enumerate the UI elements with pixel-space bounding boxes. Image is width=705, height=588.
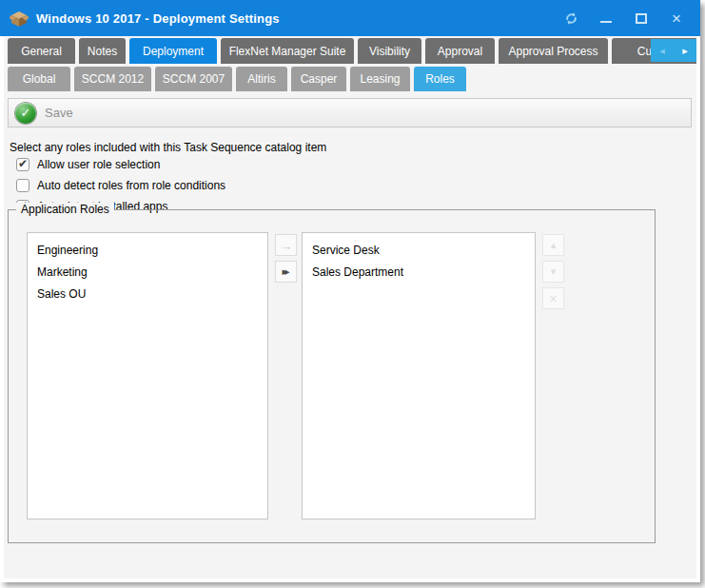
close-button[interactable]: × — [662, 6, 691, 30]
tab-scroll-right-icon[interactable]: ▸ — [674, 39, 696, 62]
subtab-sccm-2007[interactable]: SCCM 2007 — [155, 67, 232, 91]
auto-detect-roles-checkbox[interactable] — [16, 179, 29, 192]
allow-user-role-selection-checkbox[interactable]: ✔ — [16, 158, 29, 171]
move-all-right-button[interactable]: ▸▸ — [275, 261, 297, 283]
tab-notes[interactable]: Notes — [79, 38, 126, 64]
package-icon — [10, 9, 29, 28]
titlebar[interactable]: Windows 10 2017 - Deployment Settings — [0, 0, 700, 36]
list-item[interactable]: Engineering — [28, 240, 267, 262]
available-roles-list[interactable]: Engineering Marketing Sales OU — [27, 232, 268, 519]
tab-deployment[interactable]: Deployment — [129, 38, 217, 64]
window-controls: × — [557, 6, 691, 30]
tab-scroll-left-icon[interactable]: ◂ — [651, 39, 674, 62]
list-item[interactable]: Service Desk — [303, 240, 535, 262]
remove-button[interactable]: × — [542, 287, 564, 309]
save-toolbar: ✓ Save — [8, 98, 692, 127]
checkmark-icon: ✔ — [18, 157, 28, 170]
list-item[interactable]: Sales OU — [28, 284, 267, 305]
subtab-leasing[interactable]: Leasing — [350, 67, 410, 91]
refresh-button[interactable] — [557, 6, 585, 30]
subtab-altiris[interactable]: Altiris — [236, 67, 287, 91]
checkbox-row-auto-detect-roles: Auto detect roles from role conditions — [16, 177, 225, 194]
deployment-settings-window: Windows 10 2017 - Deployment Settings — [0, 0, 700, 582]
tab-scroll-control: ◂ ▸ — [651, 39, 696, 62]
checkbox-label: Allow user role selection — [37, 158, 160, 171]
maximize-button[interactable] — [627, 6, 656, 30]
minimize-icon — [600, 21, 612, 23]
subtab-global[interactable]: Global — [8, 67, 70, 91]
application-roles-group: Application Roles Engineering Marketing … — [8, 209, 656, 543]
move-buttons: → ▸▸ — [275, 234, 297, 283]
refresh-icon — [564, 11, 578, 26]
subtab-casper[interactable]: Casper — [291, 67, 346, 91]
instructions-text: Select any roles included with this Task… — [10, 141, 326, 154]
window-body: General Notes Deployment FlexNet Manager… — [4, 36, 696, 578]
save-check-icon[interactable]: ✓ — [15, 103, 36, 124]
double-arrow-right-icon: ▸▸ — [282, 265, 289, 278]
list-item[interactable]: Marketing — [28, 262, 267, 284]
move-right-button[interactable]: → — [275, 234, 297, 256]
checkbox-label: Auto detect roles from role conditions — [37, 179, 225, 192]
tab-flexnet-manager-suite[interactable]: FlexNet Manager Suite — [221, 38, 354, 64]
subtab-roles[interactable]: Roles — [414, 67, 466, 91]
window-title: Windows 10 2017 - Deployment Settings — [36, 11, 280, 26]
tab-general[interactable]: General — [8, 38, 75, 64]
tab-approval[interactable]: Approval — [425, 38, 495, 64]
minimize-button[interactable] — [592, 6, 620, 30]
tab-visibility[interactable]: Visibility — [358, 38, 421, 64]
move-up-button[interactable]: ▴ — [542, 234, 564, 256]
tab-approval-process[interactable]: Approval Process — [499, 38, 608, 64]
arrow-right-icon: → — [280, 238, 293, 253]
reorder-buttons: ▴ ▾ × — [542, 234, 564, 309]
deployment-sub-tab-strip: Global SCCM 2012 SCCM 2007 Altiris Caspe… — [8, 67, 466, 91]
main-tab-strip: General Notes Deployment FlexNet Manager… — [8, 38, 696, 64]
remove-x-icon: × — [549, 291, 557, 306]
move-down-button[interactable]: ▾ — [542, 261, 564, 283]
close-icon: × — [672, 10, 681, 27]
maximize-icon — [636, 13, 647, 24]
arrow-down-icon: ▾ — [551, 265, 557, 278]
save-button[interactable]: Save — [45, 106, 73, 120]
arrow-up-icon: ▴ — [551, 239, 557, 251]
group-title: Application Roles — [16, 203, 114, 216]
list-item[interactable]: Sales Department — [303, 262, 535, 284]
checkbox-row-allow-user-role-selection: ✔ Allow user role selection — [16, 156, 160, 173]
subtab-sccm-2012[interactable]: SCCM 2012 — [74, 67, 151, 91]
selected-roles-list[interactable]: Service Desk Sales Department — [302, 232, 536, 519]
